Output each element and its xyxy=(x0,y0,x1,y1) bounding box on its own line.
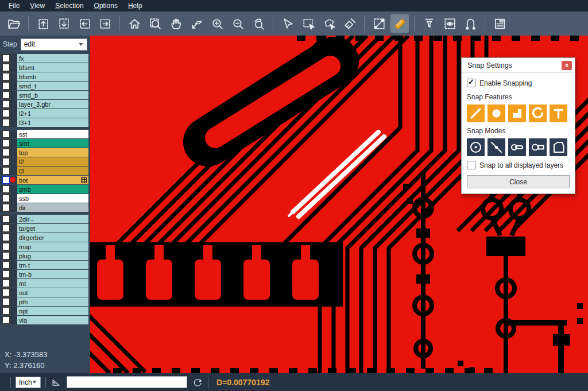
toolbar-button-ruler[interactable] xyxy=(390,14,409,33)
snap-feature-pad-button[interactable] xyxy=(488,104,505,122)
layer-color-bar[interactable]: smb xyxy=(17,185,88,193)
layer-color-bar[interactable]: bfsmb xyxy=(17,72,88,81)
toolbar-button-move-up[interactable] xyxy=(34,14,52,33)
toolbar-button-move-down[interactable] xyxy=(55,14,73,33)
toolbar-button-zoom-previous[interactable] xyxy=(249,14,268,33)
layer-visibility-checkbox[interactable] xyxy=(2,130,10,138)
layer-row[interactable]: map xyxy=(0,242,90,251)
layer-visibility-checkbox[interactable] xyxy=(2,194,10,203)
layer-color-bar[interactable]: ssb xyxy=(17,194,88,203)
layer-row[interactable]: smd_t xyxy=(0,82,90,90)
toolbar-button-route-path[interactable] xyxy=(461,14,479,33)
layer-row[interactable]: tm-t xyxy=(0,261,90,269)
toolbar-button-select-cursor[interactable] xyxy=(278,14,297,33)
layer-visibility-checkbox[interactable] xyxy=(2,185,10,193)
toolbar-button-rectangle-select[interactable] xyxy=(299,14,318,33)
layer-row[interactable]: npt xyxy=(0,307,90,315)
layer-row[interactable]: tm-b xyxy=(0,270,90,278)
toolbar-button-move-left[interactable] xyxy=(75,14,94,33)
refresh-icon[interactable] xyxy=(192,377,203,388)
layer-row[interactable]: l2+1 xyxy=(0,109,90,118)
layer-visibility-checkbox[interactable] xyxy=(2,203,10,212)
layer-color-bar[interactable]: l2+1 xyxy=(17,109,88,118)
layer-visibility-checkbox[interactable] xyxy=(2,233,10,242)
layer-row[interactable]: pth xyxy=(0,297,90,306)
snap-feature-text-button[interactable] xyxy=(550,104,567,122)
layer-color-bar[interactable]: pth xyxy=(17,297,88,306)
layer-row[interactable]: mt xyxy=(0,279,90,288)
layer-color-bar[interactable]: l3+1 xyxy=(17,118,88,127)
layer-visibility-checkbox[interactable] xyxy=(2,279,10,288)
layer-color-bar[interactable]: smd_b xyxy=(17,91,88,99)
layer-visibility-checkbox[interactable] xyxy=(2,91,10,99)
layer-visibility-checkbox[interactable] xyxy=(2,224,10,233)
layer-row[interactable]: sst xyxy=(0,130,90,138)
layer-color-bar[interactable]: smt xyxy=(17,139,88,148)
layer-color-bar[interactable]: bot xyxy=(17,176,88,184)
toolbar-button-clean-brush[interactable] xyxy=(341,14,359,33)
layer-row[interactable]: target xyxy=(0,224,90,233)
layer-row[interactable]: fx xyxy=(0,54,90,63)
layer-row[interactable]: 2dir-- xyxy=(0,215,90,223)
toolbar-button-filter[interactable] xyxy=(420,14,438,33)
layer-color-bar[interactable]: target xyxy=(17,224,88,233)
layer-visibility-checkbox[interactable] xyxy=(2,100,10,109)
layer-color-bar[interactable]: mt xyxy=(17,279,88,288)
layer-visibility-checkbox[interactable] xyxy=(2,157,10,166)
layer-color-bar[interactable]: dirgerber xyxy=(17,233,88,242)
toolbar-button-report[interactable] xyxy=(490,14,509,33)
menu-selection[interactable]: Selection xyxy=(50,0,88,11)
layer-visibility-checkbox[interactable] xyxy=(2,54,10,63)
layer-visibility-checkbox[interactable] xyxy=(2,148,10,157)
layer-row[interactable]: smt xyxy=(0,139,90,148)
layer-visibility-checkbox[interactable] xyxy=(2,316,10,324)
layer-row[interactable]: dir xyxy=(0,203,90,212)
layer-color-bar[interactable]: layer_3.gbr xyxy=(17,100,88,109)
layer-row[interactable]: smb xyxy=(0,185,90,193)
layer-color-bar[interactable]: dir xyxy=(17,203,88,212)
layer-visibility-checkbox[interactable] xyxy=(2,118,10,127)
layer-row[interactable]: plug xyxy=(0,251,90,260)
layer-row[interactable]: layer_3.gbr xyxy=(0,100,90,109)
layer-visibility-checkbox[interactable] xyxy=(2,242,10,251)
snap-mode-closest-point-button[interactable] xyxy=(488,138,505,156)
snap-mode-slot-center-button[interactable] xyxy=(508,138,526,156)
unit-select[interactable]: Inch xyxy=(16,377,41,388)
layer-visibility-checkbox[interactable] xyxy=(2,167,10,175)
layer-visibility-checkbox[interactable] xyxy=(2,63,10,72)
layer-row[interactable]: smd_b xyxy=(0,91,90,99)
layer-color-bar[interactable]: l2 xyxy=(17,157,88,166)
layer-visibility-checkbox[interactable] xyxy=(2,82,10,90)
toolbar-button-open-file[interactable] xyxy=(5,14,23,33)
layer-color-bar[interactable]: top xyxy=(17,148,88,157)
snap-feature-surface-button[interactable] xyxy=(508,104,526,122)
toolbar-button-zoom-in[interactable] xyxy=(208,14,226,33)
snap-feature-line-button[interactable] xyxy=(467,104,485,122)
toolbar-button-move-right[interactable] xyxy=(96,14,114,33)
layer-visibility-checkbox[interactable] xyxy=(2,72,10,81)
step-select[interactable]: edit xyxy=(21,38,87,51)
layer-color-bar[interactable]: sst xyxy=(17,130,88,138)
toolbar-button-zoom-window[interactable] xyxy=(146,14,164,33)
layer-visibility-checkbox[interactable] xyxy=(2,297,10,306)
layer-visibility-checkbox[interactable] xyxy=(2,261,10,269)
layer-color-bar[interactable]: bfsmt xyxy=(17,63,88,72)
layer-color-bar[interactable]: smd_t xyxy=(17,82,88,90)
toolbar-button-home-view[interactable] xyxy=(125,14,144,33)
command-input[interactable] xyxy=(67,376,187,388)
layer-color-bar[interactable]: via xyxy=(17,316,88,324)
layer-row[interactable]: l3 xyxy=(0,167,90,175)
menu-file[interactable]: File xyxy=(3,0,25,11)
toolbar-button-measure-line[interactable] xyxy=(370,14,388,33)
layer-visibility-checkbox[interactable] xyxy=(2,215,10,223)
dialog-title-bar[interactable]: Snap Settings x xyxy=(462,58,575,73)
layer-color-bar[interactable]: map xyxy=(17,242,88,251)
snap-all-layers-checkbox[interactable] xyxy=(467,161,475,169)
angle-tool-icon[interactable] xyxy=(51,377,62,388)
layer-row[interactable]: l3+1 xyxy=(0,118,90,127)
menu-options[interactable]: Options xyxy=(89,0,123,11)
layer-color-bar[interactable]: tm-t xyxy=(17,261,88,269)
toolbar-button-view-objects[interactable] xyxy=(440,14,459,33)
layer-row[interactable]: bfsmt xyxy=(0,63,90,72)
layer-color-bar[interactable]: plug xyxy=(17,251,88,260)
